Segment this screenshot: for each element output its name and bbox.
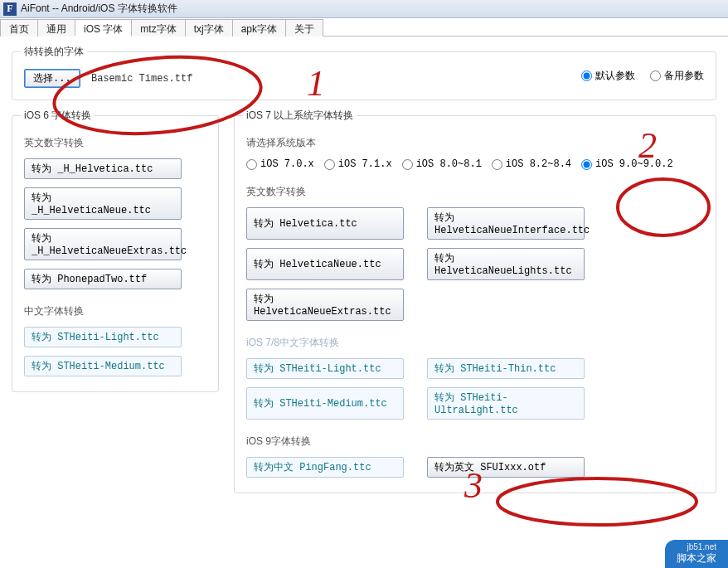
watermark-site: 脚本之家: [677, 552, 716, 564]
ios6-en-btn-0[interactable]: 转为 _H_Helvetica.ttc: [24, 158, 182, 179]
ios6-en-btn-2[interactable]: 转为 _H_HelveticaNeueExtras.ttc: [24, 228, 182, 260]
ios6-legend: iOS 6 字体转换: [21, 109, 95, 123]
ios7-version-title: 请选择系统版本: [246, 136, 704, 150]
ios78-cn-r1c1[interactable]: 转为 STHeiti-UltraLight.ttc: [427, 387, 585, 420]
ios78-cn-r0c1[interactable]: 转为 STHeiti-Thin.ttc: [427, 358, 585, 379]
ios7-en-r2c0[interactable]: 转为 HelveticaNeueExtras.ttc: [246, 289, 404, 321]
ios7-en-r0c0[interactable]: 转为 Helvetica.ttc: [246, 207, 404, 240]
ver-0[interactable]: iOS 7.0.x: [246, 158, 314, 170]
radio-backup-params-input[interactable]: [650, 70, 661, 81]
ios7-en-r1c1[interactable]: 转为 HelveticaNeueLights.ttc: [427, 248, 585, 280]
tab-apk[interactable]: apk字体: [232, 19, 286, 36]
ios78-cn-title: iOS 7/8中文字体转换: [246, 336, 704, 350]
window-titlebar: F AiFont -- Android/iOS 字体转换软件: [0, 0, 728, 18]
source-legend: 待转换的字体: [21, 45, 87, 59]
ios6-cn-btn-0[interactable]: 转为 STHeiti-Light.ttc: [24, 327, 182, 347]
ios9-cn-title: iOS 9字体转换: [246, 434, 704, 449]
ios7-en-title: 英文数字转换: [246, 185, 704, 199]
watermark: jb51.net 脚本之家: [665, 540, 728, 568]
choose-file-button[interactable]: 选择...: [24, 69, 80, 88]
ios6-group: iOS 6 字体转换 英文数字转换 转为 _H_Helvetica.ttc 转为…: [12, 115, 219, 392]
ios6-cn-btn-1[interactable]: 转为 STHeiti-Medium.ttc: [24, 356, 182, 376]
ios78-cn-r1c0[interactable]: 转为 STHeiti-Medium.ttc: [246, 387, 404, 420]
radio-default-label: 默认参数: [595, 69, 635, 83]
radio-backup-label: 备用参数: [664, 69, 704, 83]
ios9-r0c0[interactable]: 转为中文 PingFang.ttc: [246, 457, 404, 478]
ios9-r0c1[interactable]: 转为英文 SFUIxxx.otf: [427, 457, 585, 478]
app-icon: F: [3, 2, 17, 16]
ios6-en-title: 英文数字转换: [24, 136, 206, 150]
ios7-legend: iOS 7 以上系统字体转换: [243, 109, 357, 123]
radio-default-params-input[interactable]: [581, 70, 592, 81]
ios6-cn-title: 中文字体转换: [24, 304, 206, 318]
ver-3[interactable]: iOS 8.2~8.4: [492, 158, 571, 170]
tab-home[interactable]: 首页: [0, 19, 38, 36]
window-title: AiFont -- Android/iOS 字体转换软件: [21, 2, 177, 16]
tab-mtz[interactable]: mtz字体: [131, 19, 185, 36]
tab-ios-font[interactable]: iOS 字体: [75, 19, 132, 36]
tab-general[interactable]: 通用: [37, 19, 75, 36]
ios7-group: iOS 7 以上系统字体转换 请选择系统版本 iOS 7.0.x iOS 7.1…: [234, 115, 716, 493]
ios6-en-btn-3[interactable]: 转为 PhonepadTwo.ttf: [24, 269, 182, 289]
ver-1[interactable]: iOS 7.1.x: [324, 158, 392, 170]
ios78-cn-r0c0[interactable]: 转为 STHeiti-Light.ttc: [246, 358, 404, 379]
radio-backup-params[interactable]: 备用参数: [650, 69, 704, 83]
radio-default-params[interactable]: 默认参数: [581, 69, 635, 83]
ios7-en-r1c0[interactable]: 转为 HelveticaNeue.ttc: [246, 248, 404, 280]
ver-4[interactable]: iOS 9.0~9.0.2: [581, 158, 673, 170]
watermark-domain: jb51.net: [677, 543, 716, 551]
tab-about[interactable]: 关于: [285, 19, 323, 36]
content-area: 待转换的字体 选择... Basemic Times.ttf 默认参数 备用参数…: [0, 36, 728, 568]
tab-txj[interactable]: txj字体: [185, 19, 233, 36]
ver-2[interactable]: iOS 8.0~8.1: [402, 158, 482, 170]
param-radios: 默认参数 备用参数: [581, 69, 704, 83]
version-radio-row: iOS 7.0.x iOS 7.1.x iOS 8.0~8.1 iOS 8.2~…: [246, 158, 704, 170]
tabs-strip: 首页 通用 iOS 字体 mtz字体 txj字体 apk字体 关于: [0, 18, 728, 36]
ios6-en-btn-1[interactable]: 转为 _H_HelveticaNeue.ttc: [24, 187, 182, 220]
source-group: 待转换的字体 选择... Basemic Times.ttf 默认参数 备用参数: [12, 51, 716, 100]
ios7-en-r0c1[interactable]: 转为 HelveticaNeueInterface.ttc: [427, 207, 585, 240]
selected-filename: Basemic Times.ttf: [91, 73, 192, 85]
